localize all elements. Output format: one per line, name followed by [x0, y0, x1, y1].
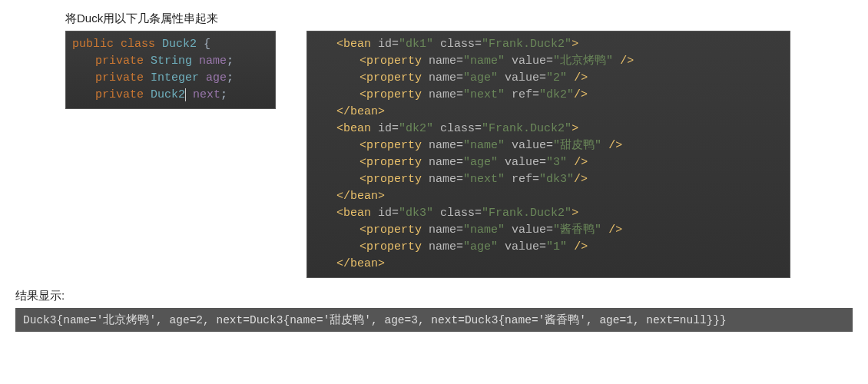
class-name: Duck2	[162, 38, 197, 51]
keyword-class: class	[121, 38, 155, 51]
keyword-private: private	[95, 88, 144, 101]
code-line: <bean id="dk3" class="Frank.Duck2">	[313, 205, 784, 222]
code-line: private Duck2 next;	[72, 87, 269, 104]
code-line: <bean id="dk2" class="Frank.Duck2">	[313, 121, 784, 137]
field: next	[193, 88, 220, 101]
field: name	[199, 55, 227, 68]
keyword-private: private	[95, 71, 144, 84]
code-line: <bean id="dk1" class="Frank.Duck2">	[313, 36, 784, 53]
text-cursor	[185, 88, 186, 101]
code-line: </bean>	[313, 104, 784, 121]
code-line: private Integer age;	[72, 70, 269, 87]
type: Duck2	[151, 88, 185, 101]
code-line: <property name="name" value="甜皮鸭" />	[313, 137, 784, 154]
code-line: public class Duck2 {	[72, 36, 269, 53]
keyword-public: public	[72, 38, 114, 51]
code-line: </bean>	[313, 188, 784, 205]
code-line: <property name="age" value="3" />	[313, 154, 784, 171]
code-line: <property name="name" value="酱香鸭" />	[313, 222, 784, 239]
brace: {	[204, 38, 210, 51]
code-row: public class Duck2 { private String name…	[65, 31, 853, 278]
code-line: <property name="next" ref="dk3"/>	[313, 171, 784, 188]
type: String	[151, 55, 192, 68]
code-line: <property name="age" value="2" />	[313, 70, 784, 87]
field: age	[206, 71, 227, 84]
xml-code-block: <bean id="dk1" class="Frank.Duck2"> <pro…	[306, 31, 790, 278]
result-label: 结果显示:	[15, 289, 853, 303]
type: Integer	[151, 71, 199, 84]
code-line: <property name="age" value="1" />	[313, 239, 784, 256]
code-line: <property name="next" ref="dk2"/>	[313, 87, 784, 104]
code-line: </bean>	[313, 256, 784, 273]
code-line: private String name;	[72, 53, 269, 70]
java-code-block: public class Duck2 { private String name…	[65, 31, 276, 109]
section-heading: 将Duck用以下几条属性串起来	[65, 12, 853, 26]
keyword-private: private	[95, 55, 144, 68]
code-line: <property name="name" value="北京烤鸭" />	[313, 53, 784, 70]
result-output: Duck3{name='北京烤鸭', age=2, next=Duck3{nam…	[15, 308, 853, 332]
